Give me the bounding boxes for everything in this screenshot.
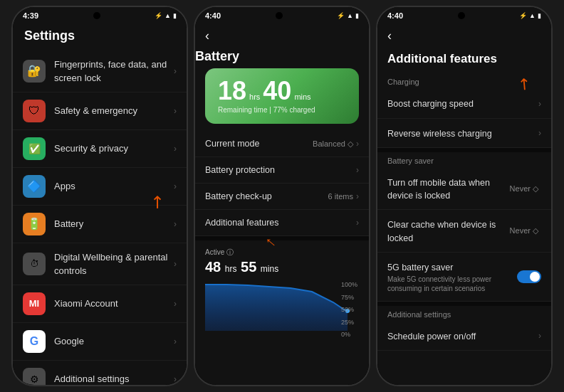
battery-mins-label: mins bbox=[294, 92, 310, 101]
chevron-google: › bbox=[174, 337, 177, 346]
af-title: Additional features bbox=[377, 49, 551, 73]
settings-title: Settings bbox=[13, 23, 187, 51]
af-item-mobile-data[interactable]: Turn off mobile data when device is lock… bbox=[377, 168, 551, 211]
af-item-schedule-power[interactable]: Schedule power on/off › bbox=[377, 322, 551, 351]
chevron-current-mode: › bbox=[356, 139, 359, 149]
af-item-boost[interactable]: Boost charging speed › ↙ bbox=[377, 89, 551, 118]
fingerprints-icon: 🔐 bbox=[23, 60, 46, 83]
camera-notch-2 bbox=[276, 12, 283, 19]
settings-item-security[interactable]: ✅ Security & privacy › bbox=[13, 130, 187, 168]
camera-notch-1 bbox=[93, 12, 100, 19]
fingerprints-label: Fingerprints, face data, and screen lock bbox=[54, 58, 174, 85]
status-icons-1: ⚡▲▮ bbox=[155, 12, 177, 19]
active-hrs-unit: hrs bbox=[225, 264, 237, 274]
chevron-protection: › bbox=[356, 165, 359, 175]
battery-time-display: 18 hrs 40 mins bbox=[218, 78, 346, 104]
settings-item-additional[interactable]: ⚙ Additional settings › bbox=[13, 361, 187, 385]
status-time-1: 4:39 bbox=[23, 11, 38, 20]
phone-settings: 4:39 ⚡▲▮ Settings 🔐 Fingerprints, face d… bbox=[11, 6, 188, 386]
af-item-5g-saver[interactable]: 5G battery saver Make 5G connectivity le… bbox=[377, 253, 551, 302]
boost-label: Boost charging speed bbox=[387, 97, 538, 110]
battery-screen: ‹ Battery 18 hrs 40 mins Remaining time … bbox=[195, 23, 369, 385]
status-icons-2: ⚡▲▮ bbox=[337, 12, 359, 19]
battery-menu-checkup[interactable]: Battery check-up 6 items › bbox=[195, 184, 369, 210]
digital-label: Digital Wellbeing & parental controls bbox=[54, 250, 174, 277]
battery-active-section: Active ⓘ 48 hrs 55 mins bbox=[195, 240, 369, 278]
battery-label: Battery bbox=[54, 217, 174, 231]
security-label: Security & privacy bbox=[54, 142, 174, 155]
digital-icon: ⏱ bbox=[23, 253, 46, 275]
settings-item-xiaomi[interactable]: MI Xiaomi Account › bbox=[13, 285, 187, 323]
active-label: Active ⓘ bbox=[205, 248, 359, 258]
battery-hours: 18 bbox=[218, 78, 246, 104]
chart-label-75: 75% bbox=[341, 294, 357, 301]
reverse-wireless-label: Reverse wireless charging bbox=[387, 127, 538, 139]
5g-saver-toggle[interactable] bbox=[517, 270, 541, 283]
settings-item-safety[interactable]: 🛡 Safety & emergency › bbox=[13, 92, 187, 130]
active-mins-unit: mins bbox=[261, 264, 278, 274]
chevron-battery-additional: › bbox=[356, 218, 359, 228]
chart-label-0: 0% bbox=[341, 331, 357, 338]
af-back-button[interactable]: ‹ bbox=[387, 28, 392, 43]
additional-settings-icon: ⚙ bbox=[23, 368, 46, 385]
current-mode-value: Balanced ◇ bbox=[313, 139, 353, 149]
chevron-checkup: › bbox=[356, 191, 359, 201]
google-label: Google bbox=[54, 334, 174, 348]
battery-menu-list: Current mode Balanced ◇ › Battery protec… bbox=[195, 131, 369, 236]
chevron-fingerprints: › bbox=[174, 66, 177, 76]
battery-hrs-label: hrs bbox=[249, 92, 260, 101]
chevron-apps: › bbox=[174, 181, 177, 191]
battery-menu-current-mode[interactable]: Current mode Balanced ◇ › bbox=[195, 131, 369, 157]
status-icons-3: ⚡▲▮ bbox=[519, 12, 541, 19]
security-icon: ✅ bbox=[23, 137, 46, 160]
clear-cache-value: Never ◇ bbox=[510, 226, 538, 235]
settings-item-fingerprints[interactable]: 🔐 Fingerprints, face data, and screen lo… bbox=[13, 51, 187, 92]
battery-chart-svg bbox=[205, 281, 355, 334]
chevron-additional-settings: › bbox=[174, 374, 177, 384]
active-time-display: 48 hrs 55 mins bbox=[205, 259, 359, 275]
chevron-security: › bbox=[174, 144, 177, 154]
af-section-battery-saver: Battery saver bbox=[377, 152, 551, 168]
xiaomi-icon: MI bbox=[23, 292, 46, 315]
safety-icon: 🛡 bbox=[23, 100, 46, 122]
back-button[interactable]: ‹ bbox=[205, 28, 209, 43]
settings-item-battery[interactable]: 🔋 Battery › ↙ bbox=[13, 206, 187, 243]
battery-mins: 40 bbox=[263, 78, 291, 104]
google-icon: G bbox=[23, 330, 46, 353]
battery-page-title: Battery bbox=[195, 49, 369, 64]
xiaomi-label: Xiaomi Account bbox=[54, 297, 174, 310]
battery-header: ‹ bbox=[195, 23, 369, 49]
status-bar-2: 4:40 ⚡▲▮ bbox=[195, 7, 369, 23]
battery-menu-additional[interactable]: Additional features › ↑ bbox=[195, 210, 369, 236]
af-section-additional: Additional settings bbox=[377, 306, 551, 322]
chart-labels: 100% 75% 50% 25% 0% bbox=[340, 281, 359, 338]
chevron-digital: › bbox=[174, 259, 177, 269]
battery-remaining: Remaining time | 77% charged bbox=[218, 106, 346, 114]
battery-card: 18 hrs 40 mins Remaining time | 77% char… bbox=[205, 68, 359, 124]
additional-features-screen: ‹ Additional features Charging Boost cha… bbox=[377, 23, 551, 385]
status-bar-3: 4:40 ⚡▲▮ bbox=[377, 7, 551, 23]
af-item-reverse-wireless[interactable]: Reverse wireless charging › bbox=[377, 119, 551, 148]
settings-item-google[interactable]: G Google › bbox=[13, 323, 187, 361]
af-item-clear-cache[interactable]: Clear cache when device is locked Never … bbox=[377, 210, 551, 253]
5g-saver-label: 5G battery saver Make 5G connectivity le… bbox=[387, 260, 517, 293]
battery-menu-protection[interactable]: Battery protection › bbox=[195, 157, 369, 184]
settings-item-digital[interactable]: ⏱ Digital Wellbeing & parental controls … bbox=[13, 243, 187, 285]
status-time-3: 4:40 bbox=[387, 11, 403, 20]
settings-screen: Settings 🔐 Fingerprints, face data, and … bbox=[13, 23, 187, 385]
battery-icon: 🔋 bbox=[23, 213, 46, 235]
chevron-xiaomi: › bbox=[174, 299, 177, 309]
chart-label-25: 25% bbox=[341, 319, 357, 326]
schedule-power-label: Schedule power on/off bbox=[387, 329, 538, 342]
status-bar-1: 4:39 ⚡▲▮ bbox=[13, 7, 187, 23]
chevron-safety: › bbox=[174, 106, 177, 116]
settings-list: 🔐 Fingerprints, face data, and screen lo… bbox=[13, 51, 187, 385]
chart-label-100: 100% bbox=[341, 281, 357, 288]
phone-additional-features: 4:40 ⚡▲▮ ‹ Additional features Charging … bbox=[376, 6, 553, 386]
additional-settings-label: Additional settings bbox=[54, 372, 174, 385]
mobile-data-value: Never ◇ bbox=[510, 184, 538, 194]
safety-label: Safety & emergency bbox=[54, 104, 174, 117]
chevron-battery: › bbox=[174, 219, 177, 229]
camera-notch-3 bbox=[458, 12, 465, 19]
chevron-boost: › bbox=[538, 99, 541, 109]
